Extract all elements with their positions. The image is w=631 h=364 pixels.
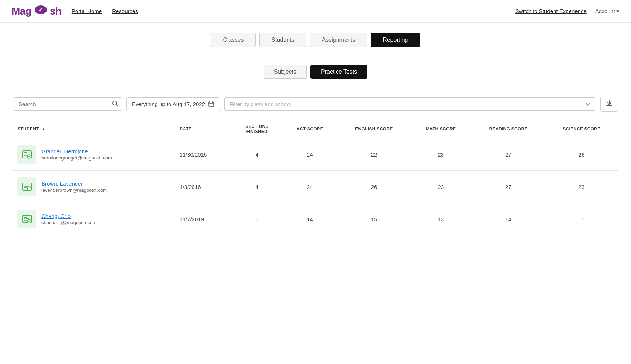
math-score-chang: 13 xyxy=(410,203,471,235)
header-left: Mag ✓ sh Portal Home Resources xyxy=(12,5,138,17)
col-math-score[interactable]: MATH SCORE xyxy=(410,120,471,138)
search-wrap xyxy=(13,97,122,111)
student-name-chang[interactable]: Chang, Cho xyxy=(41,213,96,219)
subtab-subjects[interactable]: Subjects xyxy=(264,65,307,79)
sections-chang: 5 xyxy=(232,203,282,235)
reading-score-granger: 27 xyxy=(471,138,545,171)
chevron-down-icon xyxy=(585,101,591,107)
student-cell-brown: Brown, Lavender lavenderbrown@magoosh.co… xyxy=(13,171,175,203)
sub-tabs: Subjects Practice Tests xyxy=(0,56,631,86)
search-icon xyxy=(112,100,118,107)
col-date[interactable]: DATE xyxy=(175,120,232,138)
math-score-granger: 23 xyxy=(410,138,471,171)
results-table: STUDENT ▲ DATE SECTIONSFINISHED ACT SCOR… xyxy=(13,120,618,235)
svg-line-3 xyxy=(116,104,118,106)
svg-rect-4 xyxy=(209,102,214,107)
date-filter[interactable]: Everything up to Aug 17, 2022 xyxy=(126,97,220,111)
divider-2 xyxy=(0,86,631,86)
col-act-score[interactable]: ACT SCORE xyxy=(282,120,338,138)
class-filter-placeholder: Filter by class and school xyxy=(230,101,291,107)
english-score-brown: 26 xyxy=(338,171,410,203)
date-filter-value: Everything up to Aug 17, 2022 xyxy=(132,101,205,107)
student-name-brown[interactable]: Brown, Lavender xyxy=(41,181,107,187)
reading-score-chang: 14 xyxy=(471,203,545,235)
student-name-granger[interactable]: Granger, Hermione xyxy=(41,148,112,154)
main-tabs: Classes Students Assignments Reporting xyxy=(0,23,631,56)
account-arrow-icon: ▾ xyxy=(616,8,619,15)
logo-text: Mag ✓ sh xyxy=(12,5,61,17)
filter-row: Everything up to Aug 17, 2022 Filter by … xyxy=(0,97,631,112)
tab-assignments[interactable]: Assignments xyxy=(310,33,367,47)
account-label: Account xyxy=(595,8,615,14)
english-score-granger: 22 xyxy=(338,138,410,171)
act-score-brown: 24 xyxy=(282,171,338,203)
subtab-practice-tests[interactable]: Practice Tests xyxy=(310,65,367,79)
act-score-chang: 14 xyxy=(282,203,338,235)
resources-link[interactable]: Resources xyxy=(112,8,138,14)
tab-reporting[interactable]: Reporting xyxy=(371,33,420,47)
table-wrap: STUDENT ▲ DATE SECTIONSFINISHED ACT SCOR… xyxy=(0,120,631,235)
tab-students[interactable]: Students xyxy=(259,33,306,47)
math-score-brown: 23 xyxy=(410,171,471,203)
download-icon xyxy=(606,100,612,106)
table-row: Granger, Hermione hermionegranger@magoos… xyxy=(13,138,618,171)
student-cell-chang: Chang, Cho chochang@magoosh.com xyxy=(13,203,175,235)
date-granger: 11/30/2015 xyxy=(175,138,232,171)
student-email-chang: chochang@magoosh.com xyxy=(41,220,96,225)
class-school-filter[interactable]: Filter by class and school xyxy=(224,97,596,111)
date-brown: 4/3/2016 xyxy=(175,171,232,203)
student-avatar-granger xyxy=(17,145,36,164)
student-info-chang: Chang, Cho chochang@magoosh.com xyxy=(41,213,96,225)
student-avatar-icon xyxy=(22,214,32,224)
science-score-granger: 26 xyxy=(545,138,618,171)
student-email-granger: hermionegranger@magoosh.com xyxy=(41,155,112,161)
portal-home-link[interactable]: Portal Home xyxy=(72,8,102,14)
col-science-score[interactable]: SCIENCE SCORE xyxy=(545,120,618,138)
sections-granger: 4 xyxy=(232,138,282,171)
sections-brown: 4 xyxy=(232,171,282,203)
table-row: Brown, Lavender lavenderbrown@magoosh.co… xyxy=(13,171,618,203)
table-row: Chang, Cho chochang@magoosh.com 11/7/201… xyxy=(13,203,618,235)
student-info-granger: Granger, Hermione hermionegranger@magoos… xyxy=(41,148,112,161)
header: Mag ✓ sh Portal Home Resources Switch to… xyxy=(0,0,631,23)
col-sections[interactable]: SECTIONSFINISHED xyxy=(232,120,282,138)
logo: Mag ✓ sh xyxy=(12,5,61,17)
header-right: Switch to Student Experience Account ▾ xyxy=(515,8,619,15)
table-header: STUDENT ▲ DATE SECTIONSFINISHED ACT SCOR… xyxy=(13,120,618,138)
search-input[interactable] xyxy=(13,97,122,111)
svg-text:✓: ✓ xyxy=(39,7,43,13)
student-avatar-icon xyxy=(22,182,32,192)
english-score-chang: 15 xyxy=(338,203,410,235)
account-button[interactable]: Account ▾ xyxy=(595,8,619,15)
student-email-brown: lavenderbrown@magoosh.com xyxy=(41,187,107,193)
science-score-chang: 15 xyxy=(545,203,618,235)
table-body: Granger, Hermione hermionegranger@magoos… xyxy=(13,138,618,235)
reading-score-brown: 27 xyxy=(471,171,545,203)
search-icon-button[interactable] xyxy=(112,100,118,108)
date-chang: 11/7/2019 xyxy=(175,203,232,235)
calendar-icon xyxy=(208,101,214,108)
sort-icon: ▲ xyxy=(41,127,45,131)
logo-svg: ✓ xyxy=(34,5,47,15)
student-avatar-chang xyxy=(17,210,36,228)
download-button[interactable] xyxy=(600,97,618,112)
col-student[interactable]: STUDENT ▲ xyxy=(13,120,175,138)
student-avatar-brown xyxy=(17,177,36,196)
col-english-score[interactable]: ENGLISH SCORE xyxy=(338,120,410,138)
col-reading-score[interactable]: READING SCORE xyxy=(471,120,545,138)
logo-icon: ✓ xyxy=(32,5,50,17)
science-score-brown: 23 xyxy=(545,171,618,203)
student-avatar-icon xyxy=(22,149,32,159)
student-info-brown: Brown, Lavender lavenderbrown@magoosh.co… xyxy=(41,181,107,193)
act-score-granger: 24 xyxy=(282,138,338,171)
student-cell-granger: Granger, Hermione hermionegranger@magoos… xyxy=(13,138,175,171)
switch-to-student-link[interactable]: Switch to Student Experience xyxy=(515,8,587,14)
tab-classes[interactable]: Classes xyxy=(211,33,256,47)
